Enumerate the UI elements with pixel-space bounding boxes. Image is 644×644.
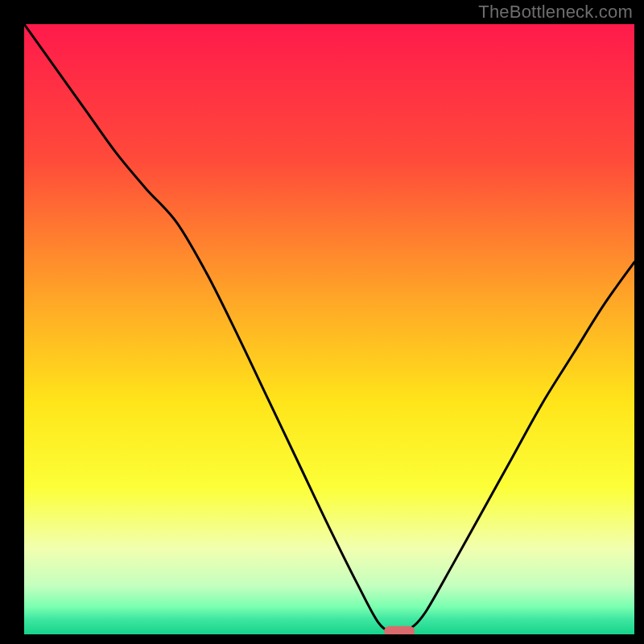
optimal-marker: [384, 626, 415, 634]
gradient-background: [24, 24, 634, 634]
chart-frame: TheBottleneck.com: [0, 0, 644, 644]
bottleneck-chart: [24, 24, 634, 634]
watermark-text: TheBottleneck.com: [478, 2, 633, 23]
